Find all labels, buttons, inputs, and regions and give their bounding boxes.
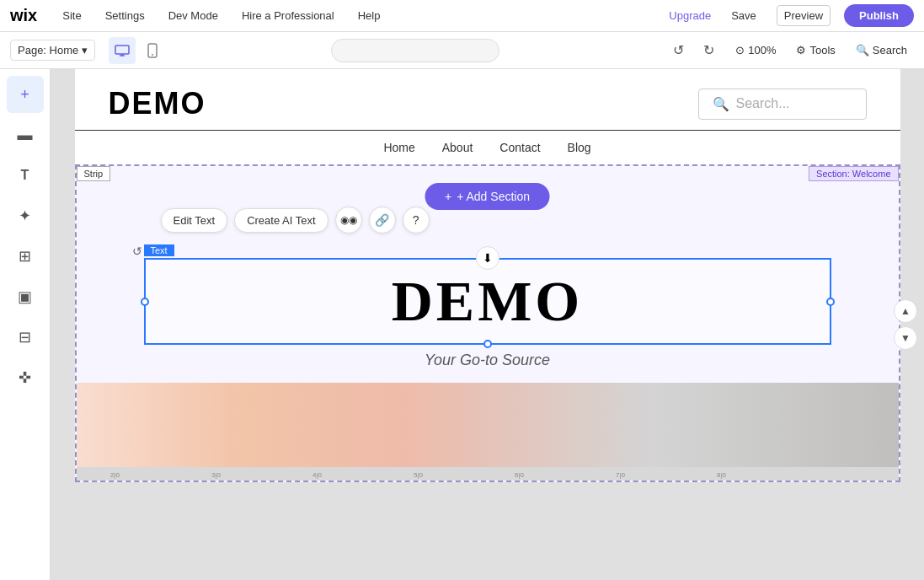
page-selector[interactable]: Page: Home ▾ (10, 40, 95, 61)
tools-icon: ⚙ (796, 44, 806, 56)
svg-text:5|0: 5|0 (414, 471, 424, 479)
site-nav: Home About Contact Blog (75, 130, 900, 164)
search-icon: 🔍 (856, 44, 869, 56)
nav-blog[interactable]: Blog (568, 141, 591, 154)
scroll-down-button[interactable]: ▼ (894, 326, 917, 350)
nav-home[interactable]: Home (383, 141, 414, 154)
wix-logo: wix (10, 6, 37, 25)
zoom-level: 100% (748, 44, 776, 56)
site-header: DEMO 🔍 Search... (75, 69, 900, 130)
canvas-wrapper: DEMO 🔍 Search... Home About Contact Blog… (51, 69, 924, 580)
top-nav: wix Site Settings Dev Mode Hire a Profes… (0, 0, 924, 32)
nav-hire[interactable]: Hire a Professional (237, 6, 339, 25)
svg-point-2 (152, 54, 153, 56)
sidebar-add-btn[interactable]: + (7, 76, 44, 113)
apps-icon: ⊞ (19, 247, 31, 266)
help-button[interactable]: ? (403, 207, 430, 234)
sidebar-media-btn[interactable]: ▣ (7, 278, 44, 315)
site-logo: DEMO (109, 86, 206, 121)
demo-heading: DEMO (154, 268, 821, 335)
media-icon: ▣ (18, 287, 32, 306)
download-handle[interactable]: ⬇ (476, 246, 499, 270)
add-section-icon: + (445, 190, 451, 203)
resize-handle-left[interactable] (141, 298, 149, 306)
svg-rect-0 (115, 46, 129, 54)
nav-dev-mode[interactable]: Dev Mode (163, 6, 223, 25)
mobile-device-btn[interactable] (139, 37, 166, 64)
sidebar-table-btn[interactable]: ⊟ (7, 319, 44, 356)
editor-canvas: DEMO 🔍 Search... Home About Contact Blog… (75, 69, 900, 482)
edit-text-button[interactable]: Edit Text (161, 208, 228, 233)
link-button[interactable]: 🔗 (369, 207, 396, 234)
nav-help[interactable]: Help (353, 6, 386, 25)
section-area: Strip Section: Welcome + + Add Section E… (75, 164, 900, 482)
table-icon: ⊟ (19, 328, 31, 346)
redo-button[interactable]: ↻ (695, 37, 722, 64)
question-icon: ? (413, 213, 419, 227)
text-icon: T (21, 168, 29, 183)
nav-settings[interactable]: Settings (100, 6, 150, 25)
download-icon: ⬇ (483, 251, 493, 265)
preview-button[interactable]: Preview (777, 5, 831, 26)
text-label: Text (144, 244, 174, 256)
zoom-icon: ⊙ (735, 44, 745, 56)
tools-button[interactable]: ⚙ Tools (789, 40, 841, 60)
nav-contact[interactable]: Contact (499, 141, 540, 154)
scroll-up-button[interactable]: ▲ (894, 299, 917, 323)
sidebar-apps-btn[interactable]: ⊞ (7, 238, 44, 275)
svg-text:7|0: 7|0 (616, 471, 626, 479)
bottom-image (77, 383, 899, 467)
svg-text:8|0: 8|0 (717, 471, 727, 479)
text-box[interactable]: ↺ ⬇ DEMO (144, 258, 831, 345)
text-styles-button[interactable]: ◉◉ (335, 207, 362, 234)
nav-about[interactable]: About (442, 141, 473, 154)
add-section-button[interactable]: + + Add Section (425, 183, 550, 210)
desktop-icon (115, 45, 130, 56)
rotate-handle[interactable]: ↺ (129, 243, 146, 260)
scroll-controls: ▲ ▼ (894, 299, 917, 350)
ruler-svg: 2|0 3|0 4|0 5|0 6|0 7|0 8|0 (77, 467, 899, 481)
strip-label: Strip (77, 166, 111, 181)
sidebar-strips-btn[interactable]: ▬ (7, 116, 44, 153)
site-search-icon: 🔍 (713, 96, 729, 112)
nav-site[interactable]: Site (57, 6, 86, 25)
strips-icon: ▬ (18, 126, 33, 144)
upgrade-button[interactable]: Upgrade (669, 9, 711, 22)
device-icons (109, 37, 166, 64)
sidebar: + ▬ T ✦ ⊞ ▣ ⊟ ✜ (0, 69, 51, 580)
desktop-device-btn[interactable] (109, 37, 136, 64)
portfolio-icon: ✜ (19, 368, 31, 387)
section-welcome-label: Section: Welcome (809, 166, 898, 181)
resize-handle-right[interactable] (826, 298, 835, 306)
plus-icon: + (20, 86, 29, 104)
svg-text:4|0: 4|0 (312, 471, 323, 479)
svg-rect-3 (77, 467, 899, 481)
resize-handle-bottom[interactable] (483, 340, 492, 348)
ruler: 2|0 3|0 4|0 5|0 6|0 7|0 8|0 (77, 467, 899, 481)
page-label: Page: Home (18, 44, 78, 56)
text-box-container: Text ↺ ⬇ DEMO (144, 242, 831, 345)
text-styles-icon: ◉◉ (340, 214, 357, 226)
save-button[interactable]: Save (724, 6, 763, 25)
svg-text:2|0: 2|0 (110, 471, 120, 479)
undo-redo: ↺ ↻ (665, 37, 722, 64)
create-ai-text-button[interactable]: Create AI Text (234, 208, 328, 233)
undo-button[interactable]: ↺ (665, 37, 692, 64)
main-area: + ▬ T ✦ ⊞ ▣ ⊟ ✜ DEMO (0, 69, 924, 580)
publish-button[interactable]: Publish (844, 4, 914, 27)
svg-text:6|0: 6|0 (515, 471, 525, 479)
add-section-label: + Add Section (457, 190, 530, 203)
sidebar-design-btn[interactable]: ✦ (7, 197, 44, 234)
center-bar (173, 39, 658, 62)
zoom-indicator[interactable]: ⊙ 100% (729, 40, 782, 60)
sub-text: Your Go-to Source (77, 352, 899, 383)
bottom-image-strip (77, 383, 899, 467)
sidebar-text-btn[interactable]: T (7, 157, 44, 194)
design-icon: ✦ (19, 207, 31, 225)
search-button[interactable]: 🔍 Search (849, 40, 914, 60)
sidebar-portfolio-btn[interactable]: ✜ (7, 359, 44, 396)
text-toolbar: Edit Text Create AI Text ◉◉ 🔗 ? (161, 207, 430, 234)
second-nav: Page: Home ▾ ↺ ↻ ⊙ 100% ⚙ Tools 🔍 Search (0, 32, 924, 69)
site-search-box[interactable]: 🔍 Search... (698, 89, 867, 120)
url-bar[interactable] (331, 39, 499, 62)
